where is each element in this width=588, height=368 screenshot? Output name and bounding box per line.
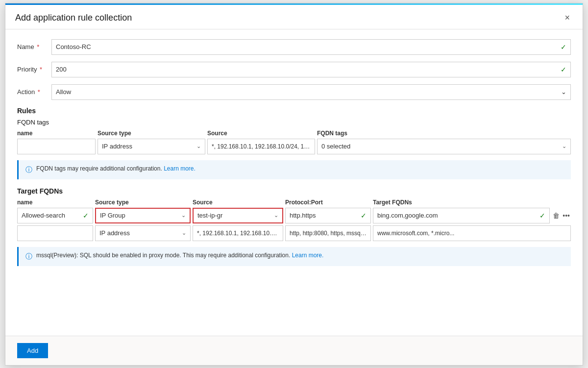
target-col-source-type: Source type xyxy=(95,199,191,206)
add-rule-collection-dialog: Add application rule collection × Name *… xyxy=(5,3,583,366)
target-row-1: Allowed-search ✓ IP Group ⌄ test-ip-gr ⌄… xyxy=(17,208,571,223)
target-col-name: name xyxy=(17,199,93,206)
add-button[interactable]: Add xyxy=(17,343,48,358)
priority-input[interactable] xyxy=(56,66,559,73)
target-row1-actions: 🗑 ••• xyxy=(552,211,571,221)
action-label: Action * xyxy=(17,88,51,96)
required-star2: * xyxy=(38,66,42,73)
target-col-protocol: Protocol:Port xyxy=(285,199,371,206)
fqdn-tags-learn-more-link[interactable]: Learn more. xyxy=(164,165,196,172)
target-row1-source-chevron-icon: ⌄ xyxy=(274,212,278,219)
row1-name-check-icon: ✓ xyxy=(83,212,89,220)
name-row: Name * ✓ xyxy=(17,39,571,55)
fqdn-source-cell: *, 192.168.10.1, 192.168.10.0/24, 192.1.… xyxy=(207,139,315,154)
target-col-source: Source xyxy=(193,199,283,206)
action-select[interactable]: Allow ⌄ xyxy=(51,84,571,100)
fqdn-tags-header: name Source type Source FQDN tags xyxy=(17,130,571,137)
fqdn-tags-table: name Source type Source FQDN tags IP add… xyxy=(17,130,571,154)
action-chevron-icon: ⌄ xyxy=(561,88,566,96)
required-star3: * xyxy=(36,88,40,96)
name-input-wrapper[interactable]: ✓ xyxy=(51,39,571,55)
fqdn-tags-chevron-icon: ⌄ xyxy=(562,143,566,149)
fqdn-tags-row: IP address ⌄ *, 192.168.10.1, 192.168.10… xyxy=(17,139,571,154)
target-row-2: IP address ⌄ *, 192.168.10.1, 192.168.10… xyxy=(17,225,571,241)
close-button[interactable]: × xyxy=(562,12,573,24)
fqdn-row-name-cell xyxy=(17,139,96,154)
action-row: Action * Allow ⌄ xyxy=(17,84,571,100)
row1-protocol-check-icon: ✓ xyxy=(361,212,367,220)
dialog-title: Add application rule collection xyxy=(15,13,132,23)
name-label: Name * xyxy=(17,43,51,50)
fqdn-tags-select[interactable]: 0 selected ⌄ xyxy=(317,139,571,154)
target-row2-source-type-chevron-icon: ⌄ xyxy=(182,230,186,236)
mssql-learn-more-link[interactable]: Learn more. xyxy=(292,252,324,259)
target-row1-delete-button[interactable]: 🗑 xyxy=(552,211,561,221)
name-check-icon: ✓ xyxy=(561,43,566,51)
target-fqdns-subtitle: Target FQDNs xyxy=(17,187,571,195)
name-input[interactable] xyxy=(56,43,559,50)
info-icon-mssql: ⓘ xyxy=(25,252,32,261)
row1-target-check-icon: ✓ xyxy=(539,212,545,220)
target-fqdns-section: Target FQDNs name Source type Source Pro… xyxy=(17,187,571,241)
dialog-body: Name * ✓ Priority * ✓ Action * Allow xyxy=(5,29,583,336)
target-row1-protocol-cell: http.https ✓ xyxy=(285,208,371,223)
rules-section-title: Rules xyxy=(17,107,571,115)
target-row2-name-input[interactable] xyxy=(17,225,93,241)
fqdn-source-type-select[interactable]: IP address ⌄ xyxy=(98,139,205,154)
target-row1-source-select[interactable]: test-ip-gr ⌄ xyxy=(193,208,283,223)
target-row2-source-cell: *, 192.168.10.1, 192.168.10.0/... xyxy=(193,225,283,241)
target-row2-name-cell xyxy=(17,225,93,241)
fqdn-source-type-chevron-icon: ⌄ xyxy=(196,143,201,149)
target-fqdns-header: name Source type Source Protocol:Port Ta… xyxy=(17,199,571,206)
priority-label: Priority * xyxy=(17,66,51,73)
target-row1-source-type-chevron-icon: ⌄ xyxy=(181,212,186,219)
fqdn-col-name: name xyxy=(17,130,96,137)
target-col-target-fqdns: Target FQDNs xyxy=(373,199,571,206)
target-row1-name-cell: Allowed-search ✓ xyxy=(17,208,93,223)
fqdn-name-input[interactable] xyxy=(17,139,96,154)
fqdn-col-fqdn-tags: FQDN tags xyxy=(317,130,571,137)
dialog-header: Add application rule collection × xyxy=(5,5,583,29)
fqdn-tags-subtitle: FQDN tags xyxy=(17,119,571,126)
mssql-info-box: ⓘ mssql(Preview): SQL should be enabled … xyxy=(17,247,571,266)
priority-row: Priority * ✓ xyxy=(17,62,571,77)
target-row1-source-type-select[interactable]: IP Group ⌄ xyxy=(95,208,191,223)
priority-check-icon: ✓ xyxy=(561,66,566,74)
target-row1-target-fqdns-cell: bing.com,google.com ✓ xyxy=(373,208,550,223)
target-row2-source-type-select[interactable]: IP address ⌄ xyxy=(95,225,191,241)
dialog-footer: Add xyxy=(5,336,583,365)
fqdn-col-source: Source xyxy=(207,130,315,137)
fqdn-col-source-type: Source type xyxy=(98,130,205,137)
target-row2-target-cell: www.microsoft.com, *.micro... xyxy=(373,225,571,241)
info-icon-fqdn: ⓘ xyxy=(25,166,32,174)
priority-input-wrapper[interactable]: ✓ xyxy=(51,62,571,77)
fqdn-tags-info-box: ⓘ FQDN tags may require additional confi… xyxy=(17,160,571,179)
target-row1-more-button[interactable]: ••• xyxy=(562,211,571,221)
target-row2-protocol-cell: http, http:8080, https, mssql:1... xyxy=(285,225,371,241)
required-star: * xyxy=(35,43,40,50)
